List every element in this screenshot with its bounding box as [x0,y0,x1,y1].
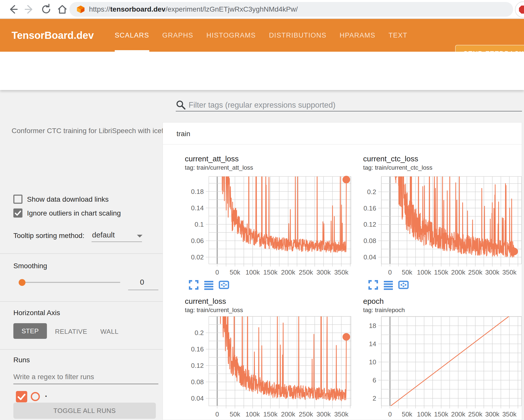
svg-text:250k: 250k [299,268,313,276]
run-color-swatch[interactable] [31,392,40,401]
svg-text:0.12: 0.12 [363,221,376,228]
address-bar[interactable]: https://tensorboard.dev/experiment/lzGnE… [69,2,513,17]
chart-toolbar [368,279,409,290]
ignore-outliers-label: Ignore outliers in chart scaling [27,209,121,217]
svg-text:300k: 300k [316,410,331,418]
chart-plot-current_ctc_loss[interactable]: 0.040.080.120.160.2050k100k150k200k250k3… [355,147,524,281]
series-current_att_loss [219,147,346,252]
extension-button[interactable] [515,2,524,18]
tab-hparams[interactable]: HPARAMS [340,19,375,52]
svg-text:200k: 200k [451,268,465,276]
chart-plot-current_att_loss[interactable]: 0.020.060.10.140.18050k100k150k200k250k3… [177,147,353,281]
adblock-icon [519,6,524,14]
check-icon [16,391,27,402]
smoothing-slider-track[interactable] [22,282,120,283]
tab-scalars[interactable]: SCALARS [115,19,149,52]
refresh-icon[interactable] [40,4,52,15]
svg-text:250k: 250k [468,268,483,276]
tab-distributions[interactable]: DISTRIBUTIONS [269,19,327,52]
filter-tags-underline [176,111,522,111]
chart-plot-current_loss[interactable]: 0.040.080.120.160.2050k100k150k200k250k3… [177,292,353,420]
final-point-marker [342,333,350,341]
svg-text:50k: 50k [230,410,241,418]
horizontal-axis-label: Horizontal Axis [13,309,60,317]
chart-block-current_ctc_loss: current_ctc_losstag: train/current_ctc_l… [355,147,524,281]
fullscreen-icon[interactable] [368,279,379,290]
fit-to-domain-icon[interactable] [218,279,229,290]
series-epoch [390,312,515,406]
data-table-icon[interactable] [383,279,394,290]
svg-text:0: 0 [215,268,219,276]
back-icon[interactable] [7,4,19,15]
svg-text:0: 0 [388,410,392,418]
svg-text:250k: 250k [299,410,313,418]
ignore-outliers-checkbox[interactable] [13,208,22,218]
tooltip-sort-select[interactable]: default [92,231,115,239]
svg-text:150k: 150k [263,410,278,418]
data-table-icon[interactable] [203,279,214,290]
svg-text:0.18: 0.18 [191,188,204,195]
fit-to-domain-icon[interactable] [398,279,409,290]
svg-text:50k: 50k [402,410,413,418]
runs-filter-input[interactable]: Write a regex to filter runs [13,373,94,381]
divider [0,253,163,254]
tooltip-sort-underline [92,242,142,242]
svg-text:100k: 100k [417,268,431,276]
tab-text[interactable]: TEXT [389,19,407,52]
tab-histograms[interactable]: HISTOGRAMS [207,19,256,52]
train-group-label: train [177,130,190,138]
svg-text:0.2: 0.2 [367,188,376,196]
title-band: Conformer CTC training for LibriSpeech w… [0,52,524,90]
svg-text:0.16: 0.16 [363,204,376,212]
tensorboard-logo-icon [76,5,85,14]
svg-text:300k: 300k [316,268,331,276]
svg-text:100k: 100k [246,410,260,418]
svg-text:200k: 200k [281,410,295,418]
brand-title: TensorBoard.dev [12,19,94,52]
series-current_loss [219,292,346,401]
svg-text:200k: 200k [451,410,465,418]
svg-text:18: 18 [369,322,376,329]
svg-text:0.04: 0.04 [191,395,204,402]
chevron-down-icon[interactable] [136,234,143,238]
axis-relative-button[interactable]: RELATIVE [55,328,87,336]
svg-text:350k: 350k [502,410,517,418]
svg-text:0: 0 [388,268,392,276]
forward-icon[interactable] [24,4,35,15]
tab-graphs[interactable]: GRAPHS [162,19,193,52]
chart-block-current_loss: current_losstag: train/current_loss0.040… [177,292,353,420]
svg-text:0.1: 0.1 [195,221,204,228]
smoothing-label: Smoothing [13,262,47,270]
axis-step-button[interactable]: STEP [13,323,47,339]
svg-text:0.06: 0.06 [191,237,204,245]
toggle-all-runs-button[interactable]: TOGGLE ALL RUNS [13,403,156,419]
header-tabs: SCALARSGRAPHSHISTOGRAMSDISTRIBUTIONSHPAR… [115,19,407,52]
svg-text:0.04: 0.04 [363,253,376,261]
fullscreen-icon[interactable] [188,279,199,290]
svg-text:0.08: 0.08 [363,237,376,245]
smoothing-slider-thumb[interactable] [19,279,25,286]
svg-text:150k: 150k [434,268,448,276]
runs-filter-underline [13,384,158,384]
svg-text:0: 0 [215,410,219,418]
svg-text:0.12: 0.12 [191,362,204,369]
run-name: . [45,389,47,399]
divider [0,301,163,302]
axis-wall-button[interactable]: WALL [100,328,119,336]
show-download-links-checkbox[interactable] [13,195,22,204]
train-card-header[interactable] [163,122,522,144]
url-text: https://tensorboard.dev/experiment/lzGnE… [89,5,298,13]
svg-text:6: 6 [373,376,376,384]
filter-tags-input[interactable]: Filter tags (regular expressions support… [189,101,335,110]
home-icon[interactable] [56,4,68,15]
svg-text:300k: 300k [485,410,500,418]
search-icon [176,100,186,110]
svg-text:0.14: 0.14 [191,204,204,212]
svg-text:250k: 250k [468,410,483,418]
chart-toolbar [188,279,229,290]
show-download-links-label: Show data download links [27,195,109,203]
chart-plot-epoch[interactable]: 26101418050k100k150k200k250k300k350k [355,292,524,420]
svg-text:14: 14 [369,340,376,348]
smoothing-value[interactable]: 0 [140,278,144,286]
run-checkbox[interactable] [16,391,27,402]
